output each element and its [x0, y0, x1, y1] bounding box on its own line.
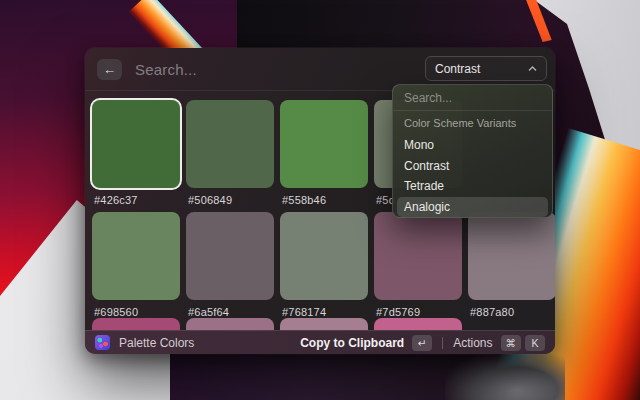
swatch-hex-label: #558b46 — [280, 194, 368, 206]
wallpaper-bottom-gray-glow — [445, 350, 565, 400]
swatch-cell: #698560 — [92, 212, 180, 318]
color-swatch-selected[interactable] — [92, 100, 180, 188]
color-swatch[interactable] — [280, 212, 368, 300]
variant-select-value: Contrast — [435, 62, 480, 76]
color-swatch[interactable] — [468, 212, 555, 300]
palette-colors-window: ← Search... Contrast #426c37#506849#558b… — [85, 48, 555, 354]
swatch-cell: #7d5769 — [374, 212, 462, 318]
k-key-badge[interactable]: K — [525, 335, 545, 351]
search-input[interactable]: Search... — [135, 61, 197, 78]
swatch-hex-label: #768174 — [280, 306, 368, 318]
swatch-hex-label: #7d5769 — [374, 306, 462, 318]
app-name-label: Palette Colors — [119, 336, 194, 350]
variant-select[interactable]: Contrast — [425, 56, 547, 81]
back-arrow-icon: ← — [103, 62, 116, 77]
dropdown-item-mono[interactable]: Mono — [397, 135, 548, 156]
color-swatch[interactable] — [280, 100, 368, 188]
color-swatch[interactable] — [92, 212, 180, 300]
actions-button[interactable]: Actions — [453, 336, 492, 350]
back-button[interactable]: ← — [97, 59, 122, 80]
dropdown-item-list: MonoContrastTetradeAnalogic — [393, 135, 552, 217]
swatch-cell: #426c37 — [92, 100, 180, 206]
cmd-key-badge[interactable]: ⌘ — [501, 335, 522, 351]
swatch-hex-label: #426c37 — [92, 194, 180, 206]
chevron-up-icon — [528, 66, 537, 71]
color-swatch[interactable] — [186, 212, 274, 300]
dropdown-item-tetrade[interactable]: Tetrade — [397, 176, 548, 197]
enter-key-badge[interactable]: ↵ — [412, 335, 432, 351]
palette-colors-app-icon — [95, 335, 110, 350]
dropdown-item-contrast[interactable]: Contrast — [397, 156, 548, 177]
swatch-cell: #768174 — [280, 212, 368, 318]
copy-to-clipboard-button[interactable]: Copy to Clipboard — [300, 336, 404, 350]
variant-dropdown-menu: Search... Color Scheme Variants MonoCont… — [392, 84, 553, 218]
swatch-hex-label: #506849 — [186, 194, 274, 206]
swatch-cell: #6a5f64 — [186, 212, 274, 318]
wallpaper-bottom-purple — [170, 348, 480, 400]
dropdown-item-analogic[interactable]: Analogic — [397, 197, 548, 218]
swatch-hex-label: #887a80 — [468, 306, 555, 318]
swatch-hex-label: #698560 — [92, 306, 180, 318]
swatch-hex-label: #6a5f64 — [186, 306, 274, 318]
color-swatch[interactable] — [186, 100, 274, 188]
color-swatch[interactable] — [374, 212, 462, 300]
dropdown-search-input[interactable]: Search... — [393, 85, 552, 111]
swatch-cell: #558b46 — [280, 100, 368, 206]
swatch-cell: #887a80 — [468, 212, 555, 318]
footer-divider — [442, 337, 443, 349]
window-footer: Palette Colors Copy to Clipboard ↵ Actio… — [85, 330, 555, 354]
swatch-cell: #506849 — [186, 100, 274, 206]
dropdown-section-header: Color Scheme Variants — [393, 111, 552, 135]
